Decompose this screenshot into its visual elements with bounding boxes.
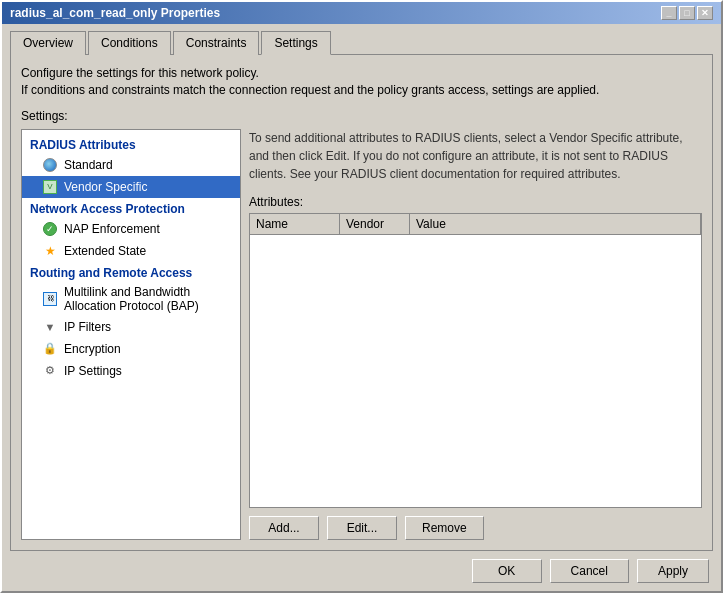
settings-label: Settings: — [21, 109, 702, 123]
sidebar-item-ip-settings-label: IP Settings — [64, 364, 122, 378]
table-header-row: Name Vendor Value — [250, 214, 701, 235]
section-header-radius: RADIUS Attributes — [22, 134, 240, 154]
footer-buttons: OK Cancel Apply — [2, 551, 721, 591]
sidebar-item-nap-label: NAP Enforcement — [64, 222, 160, 236]
sidebar-item-encryption-label: Encryption — [64, 342, 121, 356]
sidebar-item-extended-state[interactable]: ★ Extended State — [22, 240, 240, 262]
maximize-button[interactable]: □ — [679, 6, 695, 20]
settings-panel: RADIUS Attributes Standard V Vendor Spec… — [21, 129, 702, 540]
left-nav-panel: RADIUS Attributes Standard V Vendor Spec… — [21, 129, 241, 540]
sidebar-item-standard-label: Standard — [64, 158, 113, 172]
section-header-nap: Network Access Protection — [22, 198, 240, 218]
sidebar-item-multilink[interactable]: ⛓ Multilink and Bandwidth Allocation Pro… — [22, 282, 240, 316]
right-content-panel: To send additional attributes to RADIUS … — [249, 129, 702, 540]
sidebar-item-standard[interactable]: Standard — [22, 154, 240, 176]
sidebar-item-ip-filters[interactable]: ▼ IP Filters — [22, 316, 240, 338]
tab-conditions[interactable]: Conditions — [88, 31, 171, 55]
section-header-routing: Routing and Remote Access — [22, 262, 240, 282]
vendor-icon: V — [42, 179, 58, 195]
minimize-button[interactable]: _ — [661, 6, 677, 20]
apply-button[interactable]: Apply — [637, 559, 709, 583]
table-body — [250, 235, 701, 425]
sidebar-item-vendor-specific[interactable]: V Vendor Specific — [22, 176, 240, 198]
description-line2: If conditions and constraints match the … — [21, 82, 702, 99]
extended-state-icon: ★ — [42, 243, 58, 259]
title-bar-buttons: _ □ ✕ — [661, 6, 713, 20]
sidebar-item-vendor-label: Vendor Specific — [64, 180, 147, 194]
col-header-name: Name — [250, 214, 340, 234]
ok-button[interactable]: OK — [472, 559, 542, 583]
properties-dialog: radius_al_com_read_only Properties _ □ ✕… — [0, 0, 723, 593]
sidebar-item-ip-filters-label: IP Filters — [64, 320, 111, 334]
attributes-table: Name Vendor Value — [249, 213, 702, 508]
edit-button[interactable]: Edit... — [327, 516, 397, 540]
tab-settings[interactable]: Settings — [261, 31, 330, 55]
tab-bar: Overview Conditions Constraints Settings — [2, 24, 721, 54]
action-buttons: Add... Edit... Remove — [249, 516, 702, 540]
col-header-vendor: Vendor — [340, 214, 410, 234]
multilink-icon: ⛓ — [42, 291, 58, 307]
description-line1: Configure the settings for this network … — [21, 65, 702, 82]
sidebar-item-encryption[interactable]: 🔒 Encryption — [22, 338, 240, 360]
remove-button[interactable]: Remove — [405, 516, 484, 540]
ip-settings-icon: ⚙ — [42, 363, 58, 379]
window-title: radius_al_com_read_only Properties — [10, 6, 220, 20]
sidebar-item-ip-settings[interactable]: ⚙ IP Settings — [22, 360, 240, 382]
tab-overview[interactable]: Overview — [10, 31, 86, 55]
description: Configure the settings for this network … — [21, 65, 702, 99]
tab-content-settings: Configure the settings for this network … — [10, 54, 713, 551]
globe-icon — [42, 157, 58, 173]
close-button[interactable]: ✕ — [697, 6, 713, 20]
attributes-label: Attributes: — [249, 195, 702, 209]
vendor-specific-info: To send additional attributes to RADIUS … — [249, 129, 702, 183]
lock-icon: 🔒 — [42, 341, 58, 357]
nap-icon — [42, 221, 58, 237]
sidebar-item-nap-enforcement[interactable]: NAP Enforcement — [22, 218, 240, 240]
cancel-button[interactable]: Cancel — [550, 559, 629, 583]
col-header-value: Value — [410, 214, 701, 234]
tab-constraints[interactable]: Constraints — [173, 31, 260, 55]
sidebar-item-multilink-label: Multilink and Bandwidth Allocation Proto… — [64, 285, 232, 313]
title-bar: radius_al_com_read_only Properties _ □ ✕ — [2, 2, 721, 24]
sidebar-item-extended-label: Extended State — [64, 244, 146, 258]
add-button[interactable]: Add... — [249, 516, 319, 540]
filter-icon: ▼ — [42, 319, 58, 335]
